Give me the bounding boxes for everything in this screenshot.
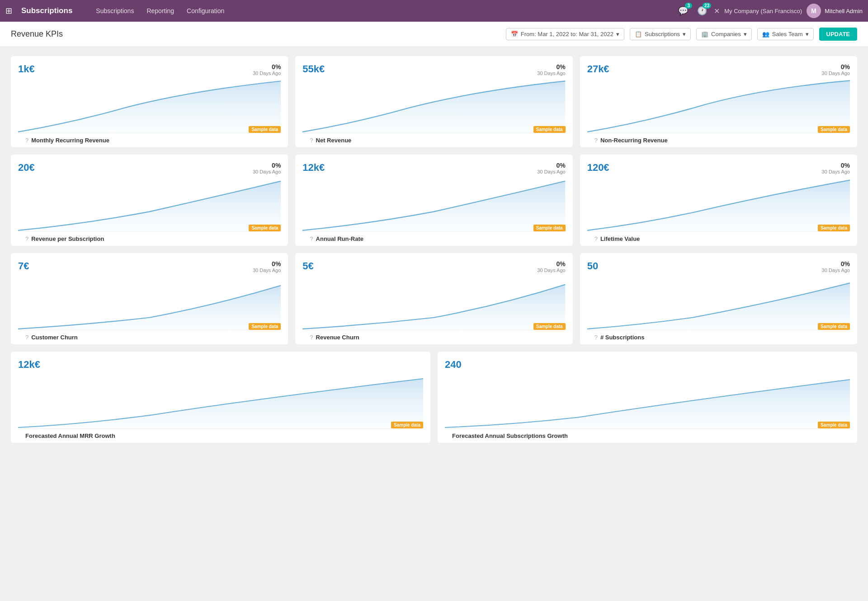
subheader: Revenue KPIs 📅 From: Mar 1, 2022 to: Mar… [0, 22, 868, 47]
apps-icon[interactable]: ⊞ [5, 6, 12, 16]
kpi-help-arr[interactable]: ? [310, 235, 313, 242]
nav-reporting[interactable]: Reporting [141, 5, 179, 17]
kpi-value-mrr: 1k€ [18, 63, 35, 75]
kpi-label-cchurn: Customer Churn [31, 334, 78, 341]
kpi-row-1: 1k€ 0% 30 Days Ago Sample data [11, 56, 857, 147]
user-menu[interactable]: M Mitchell Admin [807, 4, 863, 18]
sales-team-chevron-icon: ▾ [806, 31, 809, 38]
app-title: Subscriptions [21, 6, 72, 15]
page-title: Revenue KPIs [11, 29, 500, 39]
kpi-help-rchurn[interactable]: ? [310, 334, 313, 341]
update-button[interactable]: UPDATE [819, 28, 857, 41]
kpi-change-cchurn: 0% 30 Days Ago [253, 260, 281, 273]
subscriptions-filter-button[interactable]: 📋 Subscriptions ▾ [630, 28, 691, 40]
subscriptions-filter-icon: 📋 [635, 31, 642, 38]
kpi-chart-ltv: Sample data [587, 177, 850, 231]
sample-badge-rps: Sample data [249, 225, 281, 231]
kpi-row-3: 7€ 0% 30 Days Ago Sample data [11, 253, 857, 344]
sales-team-filter-button[interactable]: 👥 Sales Team ▾ [757, 28, 814, 40]
kpi-change-nonrecurring: 0% 30 Days Ago [822, 63, 850, 76]
kpi-chart-nonrecurring: Sample data [587, 79, 850, 133]
sample-badge-nonrecurring: Sample data [818, 126, 850, 133]
kpi-value-fsubs: 240 [445, 359, 462, 370]
username: Mitchell Admin [825, 8, 863, 14]
kpi-pct-cchurn: 0% [253, 260, 281, 268]
activity-badge[interactable]: 🕐 23 [695, 4, 709, 18]
kpi-change-net: 0% 30 Days Ago [537, 63, 565, 76]
nav-subscriptions[interactable]: Subscriptions [90, 5, 139, 17]
kpi-chart-arr: Sample data [302, 177, 565, 231]
kpi-label-rps: Revenue per Subscription [31, 235, 104, 242]
kpi-chart-fmrr: Sample data [18, 374, 423, 428]
kpi-pct-net: 0% [537, 63, 565, 70]
kpi-period-nonrecurring: 30 Days Ago [822, 70, 850, 76]
kpi-period-cchurn: 30 Days Ago [253, 268, 281, 273]
kpi-help-mrr[interactable]: ? [25, 137, 28, 144]
kpi-value-ltv: 120€ [587, 162, 609, 173]
kpi-pct-rps: 0% [253, 162, 281, 169]
kpi-period-net: 30 Days Ago [537, 70, 565, 76]
sales-team-label: Sales Team [772, 31, 803, 38]
kpi-period-rps: 30 Days Ago [253, 169, 281, 174]
company-name[interactable]: My Company (San Francisco) [724, 8, 802, 14]
subscriptions-filter-label: Subscriptions [645, 31, 680, 38]
kpi-chart-fsubs: Sample data [445, 374, 850, 428]
kpi-card-mrr: 1k€ 0% 30 Days Ago Sample data [11, 56, 288, 147]
kpi-period-arr: 30 Days Ago [537, 169, 565, 174]
kpi-period-nsubs: 30 Days Ago [822, 268, 850, 273]
kpi-label-net: Net Revenue [316, 137, 352, 144]
kpi-label-fsubs: Forecasted Annual Subscriptions Growth [452, 432, 568, 439]
kpi-row-4: 12k€ Sample data Forecasted Annual MRR G… [11, 352, 857, 443]
kpi-footer-ltv: ? Lifetime Value [587, 231, 850, 246]
kpi-help-nonrecurring[interactable]: ? [594, 137, 598, 144]
companies-filter-label: Companies [711, 31, 741, 38]
kpi-card-ltv: 120€ 0% 30 Days Ago Sample data [580, 155, 857, 246]
kpi-help-ltv[interactable]: ? [594, 235, 598, 242]
kpi-chart-rps: Sample data [18, 177, 281, 231]
topbar-right: 💬 3 🕐 23 ✕ My Company (San Francisco) M … [676, 4, 863, 18]
kpi-pct-arr: 0% [537, 162, 565, 169]
kpi-label-mrr: Monthly Recurring Revenue [31, 137, 109, 144]
kpi-value-rps: 20€ [18, 162, 35, 173]
close-icon[interactable]: ✕ [714, 7, 720, 15]
kpi-help-net[interactable]: ? [310, 137, 313, 144]
kpi-footer-arr: ? Annual Run-Rate [302, 231, 565, 246]
sample-badge-net: Sample data [533, 126, 566, 133]
kpi-card-fmrr: 12k€ Sample data Forecasted Annual MRR G… [11, 352, 430, 443]
sample-badge-ltv: Sample data [818, 225, 850, 231]
kpi-change-ltv: 0% 30 Days Ago [822, 162, 850, 174]
date-filter-button[interactable]: 📅 From: Mar 1, 2022 to: Mar 31, 2022 ▾ [506, 28, 624, 40]
kpi-card-nsubs: 50 0% 30 Days Ago Sample data [580, 253, 857, 344]
sample-badge-cchurn: Sample data [249, 323, 281, 330]
kpi-chart-rchurn: Sample data [302, 276, 565, 330]
kpi-card-nonrecurring: 27k€ 0% 30 Days Ago Sample data [580, 56, 857, 147]
kpi-value-fmrr: 12k€ [18, 359, 40, 370]
kpi-pct-mrr: 0% [253, 63, 281, 70]
companies-filter-button[interactable]: 🏢 Companies ▾ [696, 28, 752, 40]
kpi-chart-mrr: Sample data [18, 79, 281, 133]
kpi-change-nsubs: 0% 30 Days Ago [822, 260, 850, 273]
kpi-card-arr: 12k€ 0% 30 Days Ago Sample data [295, 155, 572, 246]
sample-badge-rchurn: Sample data [533, 323, 566, 330]
kpi-period-mrr: 30 Days Ago [253, 70, 281, 76]
kpi-value-nsubs: 50 [587, 260, 598, 272]
kpi-help-cchurn[interactable]: ? [25, 334, 28, 341]
kpi-value-arr: 12k€ [302, 162, 325, 173]
kpi-help-nsubs[interactable]: ? [594, 334, 598, 341]
messages-count: 3 [685, 3, 692, 9]
kpi-footer-nonrecurring: ? Non-Recurring Revenue [587, 133, 850, 147]
calendar-icon: 📅 [511, 31, 518, 38]
kpi-change-rchurn: 0% 30 Days Ago [537, 260, 565, 273]
kpi-pct-nsubs: 0% [822, 260, 850, 268]
sample-badge-fmrr: Sample data [391, 422, 423, 428]
nav-configuration[interactable]: Configuration [181, 5, 230, 17]
kpi-value-net: 55k€ [302, 63, 325, 75]
avatar: M [807, 4, 821, 18]
kpi-label-arr: Annual Run-Rate [316, 235, 363, 242]
main-content: 1k€ 0% 30 Days Ago Sample data [0, 47, 868, 452]
kpi-help-rps[interactable]: ? [25, 235, 28, 242]
messages-badge[interactable]: 💬 3 [676, 4, 690, 18]
topbar: ⊞ Subscriptions Subscriptions Reporting … [0, 0, 868, 22]
sample-badge-nsubs: Sample data [818, 323, 850, 330]
kpi-pct-nonrecurring: 0% [822, 63, 850, 70]
